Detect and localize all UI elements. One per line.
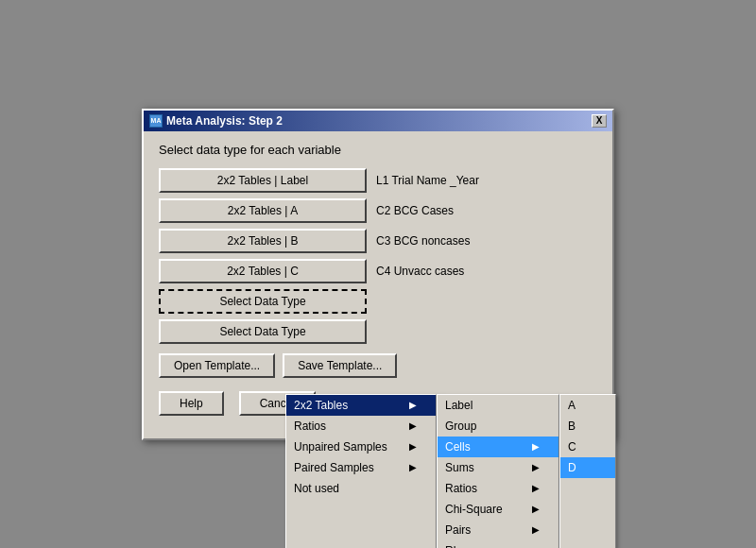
instruction-text: Select data type for each variable — [159, 143, 597, 157]
submenu-arrow: ▶ — [409, 462, 417, 472]
menu-item-cell-c[interactable]: C — [560, 437, 615, 457]
menu-item-group[interactable]: Group — [438, 416, 558, 437]
dialog-body: Select data type for each variable 2x2 T… — [144, 131, 612, 438]
close-button[interactable]: X — [592, 114, 607, 128]
menu-item-cells[interactable]: Cells ▶ — [438, 437, 558, 457]
submenu-arrow: ▶ — [532, 441, 540, 452]
help-button[interactable]: Help — [159, 391, 224, 416]
menu-item-notused[interactable]: Not used — [286, 478, 436, 499]
menu-item-pairs[interactable]: Pairs ▶ — [438, 520, 558, 540]
type-button-4[interactable]: Select Data Type — [159, 289, 367, 314]
var-name-3: C4 Unvacc cases — [376, 265, 464, 278]
var-name-1: C2 BCG Cases — [376, 204, 454, 217]
menu-item-ratios2[interactable]: Ratios ▶ — [438, 478, 558, 499]
variable-row: 2x2 Tables | B C3 BCG noncases — [159, 229, 597, 253]
dropdown-container: 2x2 Tables ▶ Ratios ▶ Unpaired Samples ▶… — [285, 394, 616, 549]
variable-row: 2x2 Tables | C C4 Unvacc cases — [159, 259, 597, 283]
open-template-button[interactable]: Open Template... — [159, 353, 275, 378]
variable-list: 2x2 Tables | Label L1 Trial Name _Year 2… — [159, 168, 597, 344]
title-bar: MA Meta Analysis: Step 2 X — [144, 111, 612, 131]
var-name-2: C3 BCG noncases — [376, 234, 470, 248]
variable-row: 2x2 Tables | A C2 BCG Cases — [159, 198, 597, 223]
variable-row: 2x2 Tables | Label L1 Trial Name _Year — [159, 168, 597, 193]
menu-item-cell-d[interactable]: D — [560, 457, 615, 478]
save-template-button[interactable]: Save Template... — [283, 353, 397, 378]
submenu-arrow: ▶ — [409, 400, 417, 410]
type-button-3[interactable]: 2x2 Tables | C — [159, 259, 367, 283]
variable-row: Select Data Type C5 Unvacc noncases — [159, 289, 597, 314]
submenu-arrow: ▶ — [409, 420, 417, 431]
submenu-arrow: ▶ — [409, 441, 417, 452]
title-bar-left: MA Meta Analysis: Step 2 — [149, 114, 283, 128]
menu-level2: Label Group Cells ▶ Sums ▶ Ratios ▶ Chi-… — [437, 394, 559, 549]
submenu-arrow: ▶ — [532, 483, 540, 493]
submenu-arrow: ▶ — [532, 462, 540, 472]
menu-item-rho[interactable]: Rho — [438, 540, 558, 549]
variable-row: Select Data Type — [159, 319, 597, 344]
menu-item-label[interactable]: Label — [438, 395, 558, 416]
menu-level1: 2x2 Tables ▶ Ratios ▶ Unpaired Samples ▶… — [285, 394, 437, 549]
dialog-window: MA Meta Analysis: Step 2 X Select data t… — [142, 109, 614, 440]
menu-item-ratios[interactable]: Ratios ▶ — [286, 416, 436, 437]
app-icon: MA — [149, 114, 163, 128]
menu-item-sums[interactable]: Sums ▶ — [438, 457, 558, 478]
menu-item-paired[interactable]: Paired Samples ▶ — [286, 457, 436, 478]
menu-level3: A B C D — [559, 394, 616, 549]
menu-item-chisquare[interactable]: Chi-Square ▶ — [438, 499, 558, 520]
type-button-5[interactable]: Select Data Type — [159, 319, 367, 344]
bottom-buttons: Open Template... Save Template... — [159, 353, 597, 385]
submenu-arrow: ▶ — [532, 524, 540, 535]
type-button-0[interactable]: 2x2 Tables | Label — [159, 168, 367, 193]
var-name-0: L1 Trial Name _Year — [376, 174, 479, 187]
submenu-arrow: ▶ — [532, 504, 540, 514]
type-button-1[interactable]: 2x2 Tables | A — [159, 198, 367, 223]
menu-item-2x2tables[interactable]: 2x2 Tables ▶ — [286, 395, 436, 416]
type-button-2[interactable]: 2x2 Tables | B — [159, 229, 367, 253]
dialog-title: Meta Analysis: Step 2 — [166, 114, 283, 128]
menu-item-unpaired[interactable]: Unpaired Samples ▶ — [286, 437, 436, 457]
menu-item-cell-b[interactable]: B — [560, 416, 615, 437]
menu-item-cell-a[interactable]: A — [560, 395, 615, 416]
